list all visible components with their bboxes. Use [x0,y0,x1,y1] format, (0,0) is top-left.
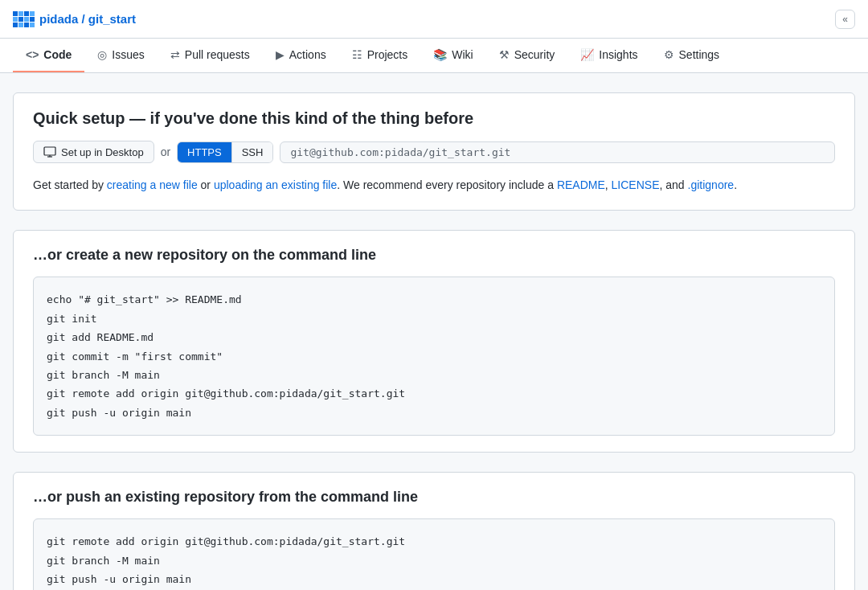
protocol-group: HTTPS SSH [177,141,273,163]
svg-rect-0 [44,147,55,155]
tab-actions[interactable]: ▶ Actions [263,39,339,72]
ssh-button[interactable]: SSH [232,142,273,162]
gear-icon: ⚙ [664,48,674,61]
tab-projects[interactable]: ☷ Projects [339,39,421,72]
tab-insights[interactable]: 📈 Insights [567,39,650,72]
collapse-button[interactable]: « [835,10,855,29]
https-button[interactable]: HTTPS [178,142,232,162]
repo-link[interactable]: pidada / git_start [13,11,136,27]
top-bar: pidada / git_start « [0,0,868,39]
tab-pull-requests[interactable]: ⇄ Pull requests [158,39,263,72]
clone-url: git@github.com:pidada/git_start.git [280,141,835,163]
setup-controls: Set up in Desktop or HTTPS SSH git@githu… [33,141,835,163]
shield-icon: ⚒ [499,48,510,61]
tab-security[interactable]: ⚒ Security [486,39,568,72]
new-repo-section: …or create a new repository on the comma… [13,230,855,453]
tab-wiki[interactable]: 📚 Wiki [420,39,485,72]
uploading-existing-file-link[interactable]: uploading an existing file [214,178,337,191]
setup-info: Get started by creating a new file or up… [33,176,835,194]
tab-issues[interactable]: ◎ Issues [84,39,157,72]
new-repo-title: …or create a new repository on the comma… [33,247,835,264]
git-branch-icon: ⇄ [170,48,180,61]
creating-new-file-link[interactable]: creating a new file [107,178,198,191]
play-circle-icon: ▶ [276,48,285,61]
setup-desktop-button[interactable]: Set up in Desktop [33,141,154,163]
circle-dot-icon: ◎ [97,48,107,61]
table-icon: ☷ [352,48,362,61]
nav-tabs: <> Code ◎ Issues ⇄ Pull requests ▶ Actio… [0,39,868,73]
github-logo [13,11,35,27]
desktop-icon [43,145,56,158]
book-icon: 📚 [433,48,447,61]
new-repo-code: echo "# git_start" >> README.md git init… [33,277,835,436]
existing-repo-title: …or push an existing repository from the… [33,489,835,506]
existing-repo-section: …or push an existing repository from the… [13,472,855,590]
license-link[interactable]: LICENSE [612,178,660,191]
existing-repo-code: git remote add origin git@github.com:pid… [33,518,835,590]
quick-setup-title: Quick setup — if you've done this kind o… [33,109,835,128]
or-text: or [161,145,170,158]
tab-code[interactable]: <> Code [13,39,84,72]
quick-setup-box: Quick setup — if you've done this kind o… [13,92,855,211]
code-icon: <> [26,48,39,61]
main-content: Quick setup — if you've done this kind o… [0,73,868,590]
readme-link[interactable]: README [557,178,605,191]
tab-settings[interactable]: ⚙ Settings [651,39,733,72]
graph-icon: 📈 [580,48,594,61]
repo-full-name: pidada / git_start [39,12,136,26]
gitignore-link[interactable]: .gitignore [688,178,735,191]
